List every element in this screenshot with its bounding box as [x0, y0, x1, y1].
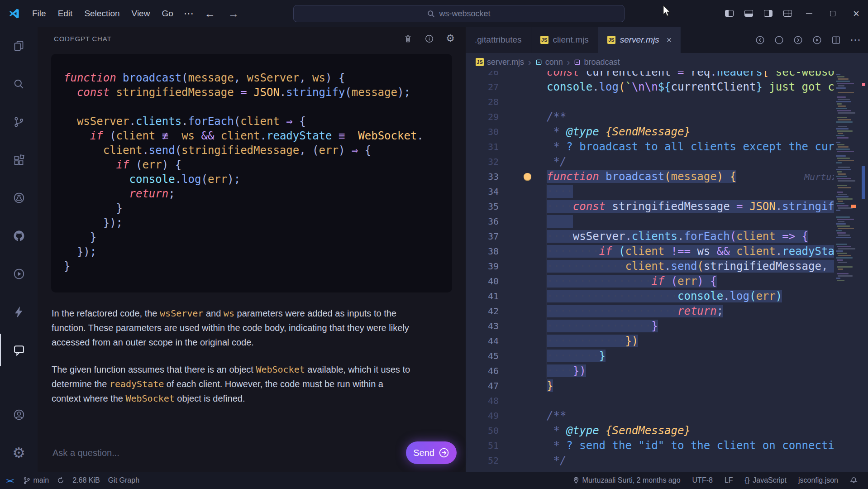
blame-indicator[interactable]: Murtuzaali Surti, 2 months ago	[569, 476, 685, 484]
editor-line[interactable]: 48	[466, 393, 834, 408]
menu-view[interactable]: View	[126, 0, 156, 27]
branch-indicator[interactable]: main	[19, 476, 53, 484]
line-number: 43	[466, 319, 499, 334]
navigate-back-icon[interactable]: ←	[198, 7, 222, 20]
chat-code-line: if (err) {	[64, 158, 439, 172]
editor-line[interactable]: 32 */	[466, 154, 834, 169]
close-tab-icon[interactable]: ×	[667, 35, 672, 45]
settings-button[interactable]: ⚙	[0, 434, 38, 472]
split-editor-icon[interactable]	[831, 35, 841, 45]
extensions-icon	[13, 154, 25, 166]
sidebar-item-extensions[interactable]	[0, 141, 38, 179]
editor-line[interactable]: 35····const stringifiedMessage = JSON.st…	[466, 199, 834, 214]
chat-code-line: return;	[64, 187, 439, 201]
toggle-panel-icon[interactable]	[744, 10, 753, 17]
command-center-search[interactable]: ws-websocket	[293, 5, 625, 22]
editor-line[interactable]: 51 * ? send the "id" to the client on co…	[466, 438, 834, 453]
breadcrumb-file[interactable]: JS server.mjs	[476, 58, 524, 67]
info-icon[interactable]	[424, 34, 434, 43]
sidebar-item-testing[interactable]	[0, 179, 38, 217]
tab-server-mjs[interactable]: JS server.mjs ×	[598, 27, 682, 53]
menu-go[interactable]: Go	[156, 0, 179, 27]
breadcrumb-symbol-broadcast[interactable]: broadcast	[574, 58, 620, 67]
editor-line[interactable]: 49/**	[466, 408, 834, 423]
editor-line[interactable]: 50 * @type {SendMessage}	[466, 423, 834, 438]
jsconfig-indicator[interactable]: jsconfig.json	[794, 476, 842, 484]
line-number: 41	[466, 289, 499, 304]
more-menus-icon[interactable]: ⋯	[179, 8, 198, 19]
editor-line[interactable]: 41····················console.log(err)	[466, 289, 834, 304]
git-branch-icon	[23, 477, 30, 484]
line-number: 34	[466, 184, 499, 199]
notifications-button[interactable]	[846, 477, 862, 484]
diff-previous-icon[interactable]	[755, 35, 765, 45]
close-window-button[interactable]: ×	[844, 0, 868, 27]
navigate-forward-icon[interactable]: →	[222, 7, 245, 20]
chat-code-line: });	[64, 216, 439, 230]
editor-line[interactable]: 27console.log(`\n\n${currentClient} just…	[466, 80, 834, 95]
breadcrumb-symbol-conn[interactable]: conn	[535, 58, 563, 67]
editor-line[interactable]: 37····wsServer.clients.forEach(client =>…	[466, 229, 834, 244]
chat-settings-gear-icon[interactable]: ⚙	[446, 34, 455, 43]
sidebar-item-explorer[interactable]	[0, 27, 38, 65]
js-file-icon: JS	[540, 36, 548, 44]
editor-line[interactable]: 44············})	[466, 334, 834, 349]
code-editor[interactable]: 26const currentClient = req.headers['sec…	[466, 71, 868, 472]
editor-line[interactable]: 29/**	[466, 110, 834, 125]
js-file-icon: JS	[476, 58, 484, 66]
editor-line[interactable]: 34····	[466, 184, 834, 199]
editor-line[interactable]: 40················if (err) {	[466, 274, 834, 289]
sidebar-item-source-control[interactable]	[0, 103, 38, 141]
menu-edit[interactable]: Edit	[52, 0, 79, 27]
account-icon	[13, 408, 25, 421]
chat-code-line: const stringifiedMessage = JSON.stringif…	[64, 85, 439, 100]
editor-line[interactable]: 36	[466, 214, 834, 229]
trash-icon[interactable]	[403, 34, 413, 43]
editor-line[interactable]: 47}	[466, 379, 834, 393]
maximize-button[interactable]	[821, 0, 844, 27]
lightbulb-icon[interactable]	[524, 173, 531, 180]
more-actions-icon[interactable]: ⋯	[850, 34, 861, 45]
eol-indicator[interactable]: LF	[720, 476, 737, 484]
editor-line[interactable]: 28	[466, 95, 834, 110]
send-button[interactable]: Send	[406, 441, 457, 464]
search-value: ws-websocket	[439, 9, 490, 19]
compare-icon[interactable]	[774, 35, 784, 45]
minimap[interactable]	[834, 71, 859, 472]
sidebar-item-thunder-client[interactable]	[0, 293, 38, 331]
tab-client-mjs[interactable]: JS client.mjs	[531, 27, 598, 53]
toggle-secondary-sidebar-icon[interactable]	[764, 10, 773, 17]
editor-line[interactable]: 43················}	[466, 319, 834, 334]
chat-question-input[interactable]	[52, 447, 400, 459]
line-number: 27	[466, 80, 499, 95]
editor-line[interactable]: 33function broadcast(message) {Murtuzaal…	[466, 169, 834, 184]
sync-button[interactable]	[53, 477, 68, 484]
diff-next-icon[interactable]	[793, 35, 803, 45]
editor-line[interactable]: 52 */	[466, 453, 834, 468]
menu-file[interactable]: File	[26, 0, 52, 27]
sidebar-item-search[interactable]	[0, 65, 38, 103]
toggle-primary-sidebar-icon[interactable]	[725, 10, 734, 17]
menu-selection[interactable]: Selection	[78, 0, 125, 27]
editor-line[interactable]: 30 * @type {SendMessage}	[466, 125, 834, 139]
customize-layout-icon[interactable]	[783, 10, 792, 17]
editor-line[interactable]: 39············client.send(stringifiedMes…	[466, 259, 834, 274]
sidebar-item-run-circle[interactable]	[0, 255, 38, 293]
tab-gitattributes[interactable]: .gitattributes	[466, 27, 531, 53]
editor-line[interactable]: 46····})	[466, 364, 834, 379]
language-indicator[interactable]: {} JavaScript	[741, 476, 791, 484]
line-number: 46	[466, 364, 499, 379]
editor-line[interactable]: 38········if (client !== ws && client.re…	[466, 244, 834, 259]
editor-line[interactable]: 31 * ? broadcast to all clients except t…	[466, 139, 834, 154]
encoding-indicator[interactable]: UTF-8	[688, 476, 717, 484]
minimize-button[interactable]	[797, 0, 821, 27]
git-graph-button[interactable]: Git Graph	[104, 476, 143, 484]
account-button[interactable]	[0, 396, 38, 434]
editor-line[interactable]: 42····················return;	[466, 304, 834, 319]
sidebar-item-github[interactable]	[0, 217, 38, 255]
remote-indicator[interactable]: ><	[0, 477, 19, 484]
run-file-icon[interactable]	[812, 35, 822, 45]
editor-line[interactable]: 45········}	[466, 349, 834, 364]
sidebar-item-codegpt-chat[interactable]	[0, 331, 38, 369]
editor-line[interactable]: 26const currentClient = req.headers['sec…	[466, 71, 834, 80]
